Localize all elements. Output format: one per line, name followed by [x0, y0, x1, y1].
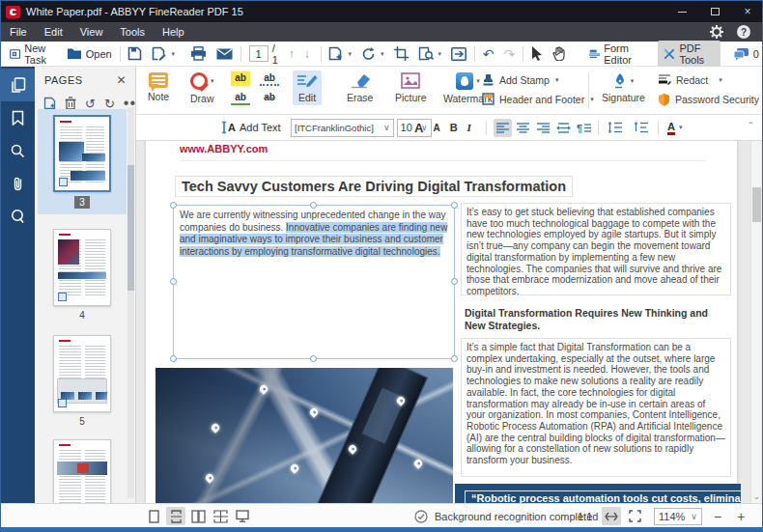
- send-to-editor-button[interactable]: [446, 43, 471, 65]
- open-button[interactable]: Open: [62, 43, 117, 65]
- resize-handle[interactable]: [451, 278, 458, 285]
- document-subheading[interactable]: Digital Transformation Requires New Thin…: [465, 307, 725, 332]
- underline-tool[interactable]: ab: [231, 91, 250, 105]
- minimize-button[interactable]: [665, 1, 698, 22]
- continuous-view-button[interactable]: [166, 507, 185, 525]
- underline-dotted-tool[interactable]: ab: [260, 71, 279, 86]
- menu-help[interactable]: Help: [154, 22, 193, 42]
- panel-scrollbar[interactable]: [127, 107, 134, 498]
- quote-callout[interactable]: “Robotic process automation tools cut co…: [455, 484, 741, 503]
- scrollbar-thumb[interactable]: [752, 187, 761, 222]
- line-spacing-button[interactable]: [606, 119, 624, 137]
- save-as-button[interactable]: ▾: [147, 43, 180, 65]
- scroll-down-icon[interactable]: ⌄: [753, 492, 760, 501]
- menu-edit[interactable]: Edit: [36, 22, 71, 42]
- panel-delete-page-icon[interactable]: [65, 97, 76, 110]
- previous-page-icon[interactable]: ↑: [286, 47, 297, 61]
- increase-font-button[interactable]: A: [414, 121, 423, 135]
- close-button[interactable]: ×: [731, 1, 763, 22]
- rail-digital-signatures-tab[interactable]: [1, 200, 35, 233]
- menu-view[interactable]: View: [71, 22, 112, 42]
- facing-continuous-view-button[interactable]: [211, 507, 230, 525]
- collapse-toolbar-button[interactable]: ⌃: [747, 121, 754, 130]
- add-pages-button[interactable]: ▾: [324, 43, 356, 65]
- hand-tool-button[interactable]: [548, 43, 571, 65]
- highlight-tool[interactable]: ab: [231, 71, 250, 86]
- align-left-button[interactable]: [494, 119, 512, 137]
- presentation-view-button[interactable]: [233, 507, 252, 525]
- page-thumbnail[interactable]: 5: [38, 335, 127, 427]
- note-tool[interactable]: Note: [144, 70, 173, 104]
- new-task-button[interactable]: New Task: [5, 43, 62, 65]
- font-family-select[interactable]: [ITCFranklinGothic]∨: [291, 119, 394, 137]
- page-thumbnail[interactable]: 6: [38, 439, 127, 503]
- selected-text-block[interactable]: We are currently witnessing unprecedente…: [173, 205, 455, 359]
- pdf-tools-button[interactable]: PDF Tools: [658, 41, 721, 68]
- paragraph-settings-button[interactable]: ¶: [575, 119, 593, 137]
- maximize-button[interactable]: [698, 1, 731, 22]
- undo-button[interactable]: ↶: [478, 43, 499, 65]
- zoom-in-button[interactable]: +: [737, 509, 745, 524]
- italic-button[interactable]: I: [467, 122, 471, 133]
- picture-tool[interactable]: Picture: [391, 70, 431, 105]
- text-block[interactable]: It’s easy to get stuck believing that es…: [461, 203, 731, 295]
- add-text-button[interactable]: A Add Text: [221, 118, 281, 137]
- resize-handle[interactable]: [310, 202, 317, 209]
- font-color-button[interactable]: A ▾: [667, 118, 682, 137]
- settings-gear-icon[interactable]: [710, 25, 723, 39]
- form-editor-button[interactable]: Form Editor: [584, 43, 648, 65]
- single-page-view-button[interactable]: [144, 507, 163, 525]
- document-heading[interactable]: Tech Savvy Customers Are Driving Digital…: [175, 176, 573, 197]
- comments-button[interactable]: 0: [728, 43, 763, 65]
- select-tool-button[interactable]: [526, 43, 548, 65]
- header-footer-button[interactable]: Header and Footer▾: [482, 93, 594, 105]
- erase-tool[interactable]: Erase: [343, 70, 377, 105]
- save-button[interactable]: [123, 43, 147, 65]
- close-panel-icon[interactable]: ✕: [116, 73, 127, 87]
- redo-button[interactable]: ↷: [498, 43, 520, 65]
- next-page-icon[interactable]: ↓: [301, 47, 313, 61]
- paragraph-spacing-button[interactable]: [632, 119, 650, 137]
- strikethrough-tool[interactable]: ab: [260, 91, 279, 105]
- signature-tool[interactable]: ▾ Signature: [598, 70, 649, 105]
- align-right-button[interactable]: [534, 119, 552, 137]
- resize-handle[interactable]: [451, 355, 458, 362]
- menu-tools[interactable]: Tools: [111, 22, 154, 42]
- redact-button[interactable]: Redact▾: [658, 73, 759, 86]
- page-thumbnail[interactable]: 4: [38, 229, 127, 321]
- justify-button[interactable]: [554, 119, 573, 137]
- zoom-level-select[interactable]: 114%∨: [654, 508, 702, 525]
- fit-page-button[interactable]: [625, 507, 644, 525]
- page-thumbnail[interactable]: 3: [38, 109, 127, 214]
- help-icon[interactable]: ?: [737, 25, 750, 39]
- edit-tool[interactable]: Edit: [293, 70, 322, 105]
- resize-handle[interactable]: [451, 202, 458, 209]
- decrease-font-button[interactable]: A: [433, 123, 439, 133]
- text-block[interactable]: It’s a simple fact that Digital Transfor…: [461, 338, 731, 477]
- resize-handle[interactable]: [170, 278, 177, 285]
- bold-button[interactable]: B: [450, 122, 458, 133]
- rail-pages-tab[interactable]: [1, 69, 35, 101]
- crop-button[interactable]: [389, 43, 413, 65]
- align-center-button[interactable]: [514, 119, 532, 137]
- draw-tool[interactable]: ▾ Draw: [186, 70, 218, 106]
- password-security-button[interactable]: Password Security: [658, 93, 759, 106]
- facing-pages-view-button[interactable]: [188, 507, 208, 525]
- resize-handle[interactable]: [170, 355, 177, 362]
- document-scrollbar[interactable]: ⌄: [750, 141, 761, 503]
- page-number-input[interactable]: 1: [249, 45, 268, 62]
- print-button[interactable]: [185, 43, 212, 65]
- menu-file[interactable]: File: [1, 22, 36, 42]
- email-button[interactable]: [212, 43, 238, 65]
- rail-search-tab[interactable]: [1, 134, 35, 167]
- city-photo[interactable]: [155, 368, 453, 503]
- preview-button[interactable]: ▾: [413, 43, 447, 65]
- resize-handle[interactable]: [310, 355, 317, 362]
- rail-attachments-tab[interactable]: [1, 167, 35, 200]
- rotate-pages-button[interactable]: ▾: [356, 43, 389, 65]
- panel-add-page-icon[interactable]: [43, 97, 56, 110]
- resize-handle[interactable]: [170, 202, 177, 209]
- rail-bookmarks-tab[interactable]: [1, 101, 35, 134]
- add-stamp-button[interactable]: Add Stamp▾: [482, 73, 594, 86]
- actual-size-button[interactable]: 1:1: [578, 507, 592, 525]
